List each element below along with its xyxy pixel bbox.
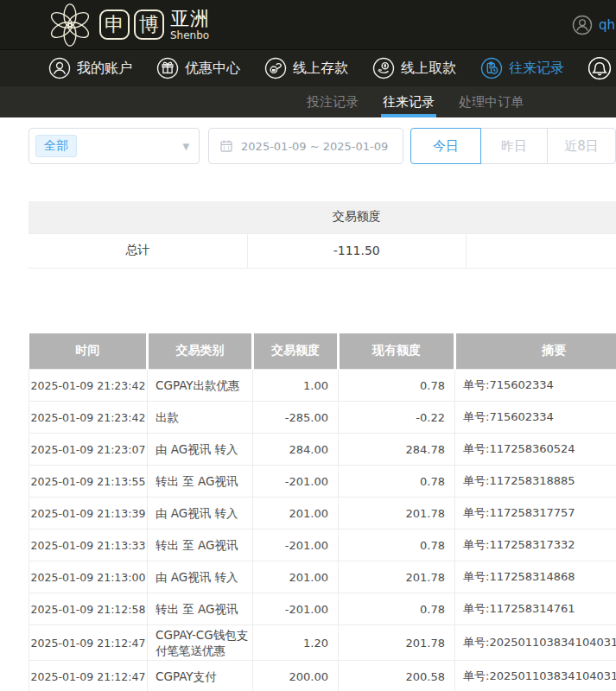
quick-date-button-2[interactable]: 近8日 — [547, 128, 616, 164]
chevron-down-icon: ▼ — [182, 142, 189, 151]
nav-item-label: 线上存款 — [293, 60, 348, 78]
cell-type: 出款 — [148, 402, 253, 434]
summary-total-row: 总计 -111.50 — [29, 233, 616, 268]
summary-total-label: 总计 — [29, 233, 247, 268]
cell-time: 2025-01-09 21:23:42 — [29, 402, 148, 434]
cell-time: 2025-01-09 21:13:00 — [29, 561, 148, 593]
tab-1[interactable]: 往来记录 — [383, 86, 435, 117]
cell-type: 转出 至 AG视讯 — [148, 529, 253, 561]
cell-amount: 201.00 — [253, 498, 339, 529]
cell-time: 2025-01-09 21:13:33 — [29, 529, 148, 561]
nav-item-deposit[interactable]: 线上存款 — [264, 57, 348, 79]
brand-logo[interactable]: 申 博 亚洲 Shenbo — [45, 3, 210, 47]
cell-balance: 0.78 — [339, 370, 455, 402]
cell-summary: 单号:117258317757 — [455, 498, 616, 529]
table-row: 2025-01-09 21:13:00由 AG视讯 转入201.00201.78… — [29, 561, 616, 593]
nav-item-label: 优惠中心 — [185, 60, 240, 78]
summary-table: 交易额度 总计 -111.50 — [29, 201, 616, 269]
cell-balance: 201.78 — [339, 498, 455, 529]
cell-time: 2025-01-09 21:23:07 — [29, 434, 148, 466]
username-label: qh — [599, 17, 615, 33]
transactions-tbody: 2025-01-09 21:23:42CGPAY出款优惠1.000.78单号:7… — [29, 370, 616, 691]
cell-amount: -201.00 — [253, 466, 339, 498]
cell-time: 2025-01-09 21:13:39 — [29, 498, 148, 529]
brand-char-1: 申 — [99, 10, 130, 40]
cell-summary: 单号:117258314868 — [455, 561, 616, 593]
cell-summary: 单号:117258317332 — [455, 529, 616, 561]
cell-type: 由 AG视讯 转入 — [148, 561, 253, 593]
user-account-area[interactable]: qh — [572, 0, 615, 49]
column-header: 交易类别 — [148, 333, 253, 370]
nav-item-withdraw[interactable]: 线上取款 — [372, 57, 456, 79]
top-header: 申 博 亚洲 Shenbo qh — [0, 0, 616, 50]
gift-icon — [156, 57, 179, 79]
quick-date-buttons: 今日昨日近8日 — [410, 128, 616, 164]
column-header: 时间 — [29, 333, 148, 370]
quick-date-button-1[interactable]: 昨日 — [480, 128, 548, 164]
cell-type: 转出 至 AG视讯 — [148, 593, 253, 625]
main-nav-items: 我的账户优惠中心线上存款线上取款往来记录 — [48, 57, 564, 79]
summary-header-amount: 交易额度 — [247, 201, 466, 233]
bell-icon — [587, 56, 612, 80]
cell-balance: 0.78 — [339, 593, 455, 625]
deposit-icon — [264, 57, 287, 79]
nav-item-gift[interactable]: 优惠中心 — [156, 57, 240, 79]
cell-time: 2025-01-09 21:12:47 — [29, 625, 148, 661]
cell-summary: 单号:202501103834104031 — [455, 625, 616, 661]
cell-amount: 1.20 — [253, 625, 339, 661]
cell-amount: 201.00 — [253, 561, 339, 593]
avatar-icon — [572, 15, 593, 35]
cell-amount: 200.00 — [253, 661, 339, 691]
summary-total-amount: -111.50 — [247, 233, 466, 268]
summary-header-empty-2 — [466, 201, 616, 233]
cell-type: 转出 至 AG视讯 — [148, 466, 253, 498]
main-nav: 我的账户优惠中心线上存款线上取款往来记录 — [0, 50, 616, 86]
nav-item-label: 线上取款 — [401, 60, 456, 78]
cell-time: 2025-01-09 21:23:42 — [29, 370, 148, 402]
calendar-icon — [219, 139, 233, 153]
cell-balance: 201.78 — [339, 561, 455, 593]
brand-region: 亚洲 — [170, 10, 210, 29]
transactions-table: 时间交易类别交易额度现有额度摘要 2025-01-09 21:23:42CGPA… — [29, 333, 616, 691]
cell-time: 2025-01-09 21:13:55 — [29, 466, 148, 498]
withdraw-icon — [372, 57, 395, 79]
table-row: 2025-01-09 21:13:39由 AG视讯 转入201.00201.78… — [29, 498, 616, 529]
cell-amount: 1.00 — [253, 370, 339, 402]
flower-logo-icon — [45, 3, 95, 47]
cell-summary: 单号:117258318885 — [455, 466, 616, 498]
summary-header-row: 交易额度 — [29, 201, 616, 233]
table-row: 2025-01-09 21:23:42CGPAY出款优惠1.000.78单号:7… — [29, 370, 616, 402]
brand-char-2: 博 — [134, 10, 164, 40]
tab-2[interactable]: 处理中订单 — [459, 86, 524, 117]
column-header: 现有额度 — [339, 333, 455, 370]
date-range-input[interactable]: 2025-01-09 ~ 2025-01-09 — [208, 128, 403, 164]
table-row: 2025-01-09 21:23:07由 AG视讯 转入284.00284.78… — [29, 434, 616, 466]
cell-type: CGPAY支付 — [148, 661, 253, 691]
nav-item-label: 我的账户 — [77, 60, 132, 78]
cell-type: CGPAY出款优惠 — [148, 370, 253, 402]
brand-latin: Shenbo — [170, 30, 210, 41]
nav-item-label: 往来记录 — [509, 60, 564, 78]
notifications-button[interactable] — [587, 50, 612, 86]
cell-summary: 单号:715602334 — [455, 370, 616, 402]
record-tabs: 投注记录往来记录处理中订单 — [0, 86, 616, 117]
summary-total-empty — [466, 233, 616, 268]
cell-balance: 201.78 — [339, 625, 455, 661]
cell-type: CGPAY-CG钱包支付笔笔送优惠 — [148, 625, 253, 661]
filter-row: 全部 ▼ 2025-01-09 ~ 2025-01-09 今日昨日近8日 — [29, 128, 616, 164]
cell-summary: 单号:117258314761 — [455, 593, 616, 625]
tab-0[interactable]: 投注记录 — [307, 86, 359, 117]
table-row: 2025-01-09 21:23:42出款-285.00-0.22单号:7156… — [29, 402, 616, 434]
cell-balance: -0.22 — [339, 402, 455, 434]
cell-balance: 200.58 — [339, 661, 455, 691]
quick-date-button-0[interactable]: 今日 — [410, 128, 481, 164]
nav-item-records[interactable]: 往来记录 — [480, 57, 564, 79]
table-row: 2025-01-09 21:12:47CGPAY-CG钱包支付笔笔送优惠1.20… — [29, 625, 616, 661]
cell-type: 由 AG视讯 转入 — [148, 434, 253, 466]
nav-item-user[interactable]: 我的账户 — [48, 57, 132, 79]
table-row: 2025-01-09 21:13:55转出 至 AG视讯-201.000.78单… — [29, 466, 616, 498]
category-select[interactable]: 全部 ▼ — [29, 128, 200, 164]
date-range-value: 2025-01-09 ~ 2025-01-09 — [241, 140, 388, 153]
cell-balance: 284.78 — [339, 434, 455, 466]
table-row: 2025-01-09 21:12:58转出 至 AG视讯-201.000.78单… — [29, 593, 616, 625]
